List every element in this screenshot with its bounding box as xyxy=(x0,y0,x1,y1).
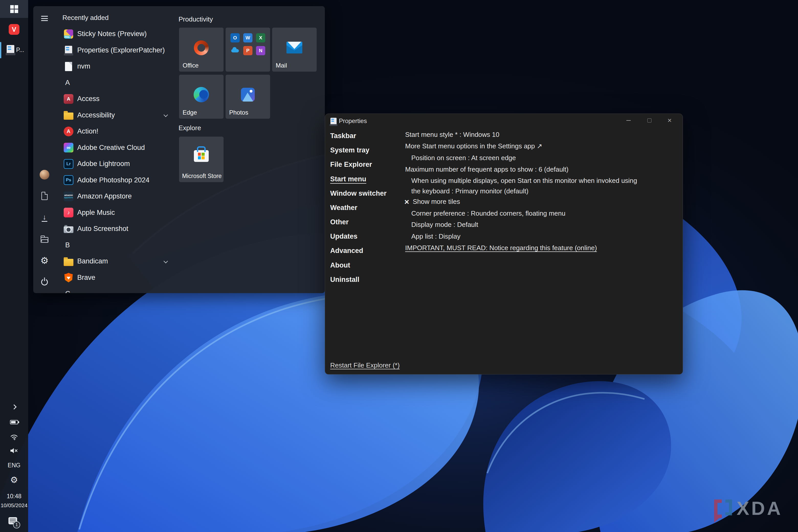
tile-edge[interactable]: Edge xyxy=(179,75,224,119)
app-item-label: Bandicam xyxy=(77,257,108,265)
user-account-button[interactable] xyxy=(39,170,50,180)
restart-explorer-link[interactable]: Restart File Explorer (*) xyxy=(330,361,400,369)
adobe-creative-cloud-icon: ∞ xyxy=(64,143,73,152)
app-item-sticky-notes-preview[interactable]: PRESticky Notes (Preview) xyxy=(59,26,174,42)
notification-center-button[interactable]: 1 xyxy=(0,517,28,528)
setting-line-7[interactable]: Display mode : Default xyxy=(411,221,478,229)
gear-icon: ⚙ xyxy=(40,256,49,265)
app-item-action[interactable]: AAction! xyxy=(59,124,174,139)
app-item-amazon-appstore[interactable]: amazonappstoreAmazon Appstore xyxy=(59,189,174,204)
sidebar-item-uninstall[interactable]: Uninstall xyxy=(330,276,359,284)
xda-left-bracket-icon xyxy=(714,499,722,518)
sidebar-item-window-switcher[interactable]: Window switcher xyxy=(330,190,386,197)
close-button[interactable]: × xyxy=(663,116,676,125)
chevron-down-icon[interactable] xyxy=(164,113,168,117)
app-item-properties-explorerpatcher[interactable]: Properties (ExplorerPatcher) xyxy=(59,42,174,58)
app-item-bandicam[interactable]: Bandicam xyxy=(59,253,174,269)
clock-time[interactable]: 10:48 xyxy=(0,493,28,500)
app-item-accessibility[interactable]: Accessibility xyxy=(59,107,174,123)
downloads-button[interactable] xyxy=(39,212,50,223)
documents-button[interactable] xyxy=(39,191,50,201)
properties-icon xyxy=(330,118,337,125)
sidebar-item-system-tray[interactable]: System tray xyxy=(330,146,369,154)
setting-text: Position on screen : At screen edge xyxy=(411,154,516,162)
sidebar-item-other[interactable]: Other xyxy=(330,218,348,226)
sidebar-item-advanced[interactable]: Advanced xyxy=(330,247,363,255)
tile-photos[interactable]: Photos xyxy=(226,75,270,119)
start-button[interactable] xyxy=(0,0,28,18)
letter-label: B xyxy=(65,241,70,249)
excel-icon: X xyxy=(256,33,265,42)
taskbar-item-properties[interactable]: P... xyxy=(0,40,28,60)
setting-line-5[interactable]: ×Show more tiles xyxy=(404,198,460,206)
app-item-access[interactable]: AAccess xyxy=(59,91,174,107)
start-menu-expand-button[interactable] xyxy=(39,13,50,23)
app-item-adobe-creative-cloud[interactable]: ∞Adobe Creative Cloud xyxy=(59,140,174,155)
photoshop-icon: Ps xyxy=(64,175,73,185)
lightroom-icon: Lr xyxy=(64,159,73,169)
setting-line-9[interactable]: IMPORTANT, MUST READ: Notice regarding t… xyxy=(405,244,597,252)
battery-status[interactable] xyxy=(0,418,28,425)
xda-logo-text: XDA xyxy=(737,497,783,519)
brave-icon xyxy=(64,273,73,282)
folder-icon xyxy=(64,113,73,120)
app-item-nvm[interactable]: nvm xyxy=(59,59,174,74)
xda-watermark: XDA xyxy=(714,497,793,526)
taskbar: V P... ENG ⚙ xyxy=(0,0,28,532)
setting-line-6[interactable]: Corner preference : Rounded corners, flo… xyxy=(411,209,566,217)
onedrive-icon xyxy=(230,46,240,55)
hamburger-icon xyxy=(41,16,48,21)
maximize-button[interactable] xyxy=(643,116,656,125)
tile-office-apps-group[interactable]: OWXPN xyxy=(226,27,270,72)
app-item-label: Access xyxy=(77,95,99,103)
tile-label: Photos xyxy=(229,109,248,116)
app-list-letter-c[interactable]: C xyxy=(59,286,174,293)
app-item-adobe-photoshop-2024[interactable]: PsAdobe Photoshop 2024 xyxy=(59,172,174,188)
app-item-brave[interactable]: Brave xyxy=(59,270,174,285)
access-icon: A xyxy=(64,94,73,104)
setting-line-8[interactable]: App list : Display xyxy=(411,232,460,241)
sidebar-item-updates[interactable]: Updates xyxy=(330,232,358,241)
power-button[interactable] xyxy=(39,277,50,287)
sidebar-item-about[interactable]: About xyxy=(330,261,350,269)
tile-mail[interactable]: Mail xyxy=(272,27,317,72)
tile-office[interactable]: Office xyxy=(179,27,224,72)
office-apps-grid: OWXPN xyxy=(230,33,265,55)
mail-icon xyxy=(286,42,302,54)
setting-line-1[interactable]: More Start menu options in the Settings … xyxy=(405,142,542,150)
chevron-down-icon[interactable] xyxy=(164,259,168,263)
taskbar-item-vivaldi[interactable]: V xyxy=(0,24,28,35)
minimize-button[interactable] xyxy=(622,116,634,125)
app-list-letter-a[interactable]: A xyxy=(59,75,174,91)
sidebar-item-start-menu[interactable]: Start menu xyxy=(330,175,366,183)
sidebar-item-file-explorer[interactable]: File Explorer xyxy=(330,160,372,169)
documents-icon xyxy=(41,192,48,200)
volume-status[interactable] xyxy=(0,446,28,455)
edge-icon xyxy=(194,87,209,102)
word-icon: W xyxy=(243,33,252,42)
setting-text: Maximum number of frequent apps to show … xyxy=(405,166,569,173)
app-item-apple-music[interactable]: ♪Apple Music xyxy=(59,205,174,221)
network-status[interactable] xyxy=(0,432,28,441)
titlebar[interactable]: Properties × xyxy=(325,114,683,127)
app-list-letter-b[interactable]: B xyxy=(59,237,174,253)
show-hidden-icons-button[interactable] xyxy=(0,403,28,411)
clock-date[interactable]: 10/05/2024 xyxy=(0,502,28,509)
language-indicator[interactable]: ENG xyxy=(0,461,28,469)
setting-line-2[interactable]: Position on screen : At screen edge xyxy=(411,154,516,162)
start-settings-button[interactable]: ⚙ xyxy=(39,255,50,266)
tile-microsoft-store[interactable]: Microsoft Store xyxy=(179,137,224,182)
pictures-button[interactable] xyxy=(39,234,50,244)
power-icon xyxy=(41,279,48,285)
app-item-auto-screenshot[interactable]: Auto Screenshot xyxy=(59,221,174,237)
chevron-right-icon xyxy=(12,404,17,410)
tile-label: Microsoft Store xyxy=(182,173,222,179)
setting-line-0[interactable]: Start menu style * : Windows 10 xyxy=(405,131,499,139)
sidebar-item-taskbar[interactable]: Taskbar xyxy=(330,132,356,140)
setting-text: Corner preference : Rounded corners, flo… xyxy=(411,209,566,217)
tray-settings-button[interactable]: ⚙ xyxy=(0,475,28,485)
app-item-adobe-lightroom[interactable]: LrAdobe Lightroom xyxy=(59,156,174,172)
setting-line-3[interactable]: Maximum number of frequent apps to show … xyxy=(405,166,569,173)
setting-line-4[interactable]: When using multiple displays, open Start… xyxy=(411,177,637,195)
sidebar-item-weather[interactable]: Weather xyxy=(330,204,357,212)
